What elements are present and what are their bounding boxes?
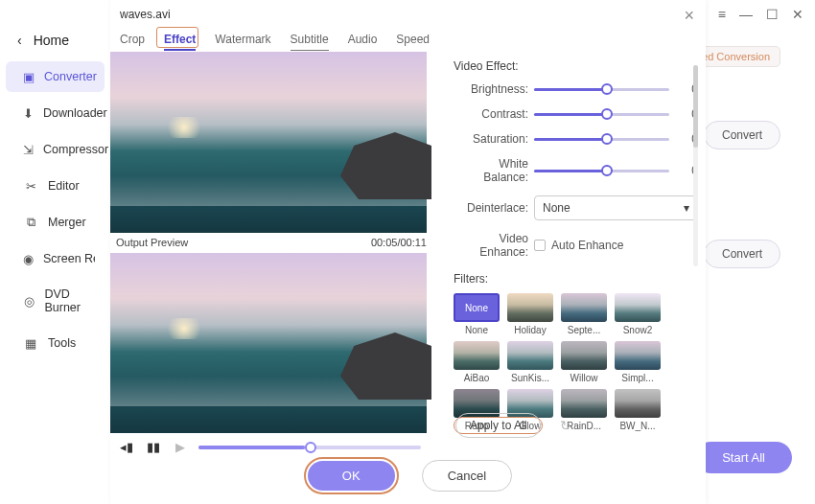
white-balance-label: White Balance: xyxy=(454,157,534,184)
tab-speed[interactable]: Speed xyxy=(396,33,430,51)
saturation-label: Saturation: xyxy=(454,132,534,146)
sidebar-item-label: DVD Burner xyxy=(44,287,95,314)
deinterlace-value: None xyxy=(543,201,570,215)
filter-label: Snow2 xyxy=(623,325,653,335)
home-label: Home xyxy=(34,33,69,48)
sidebar-item-label: Screen Recorder xyxy=(43,252,95,265)
sidebar-item-label: Merger xyxy=(48,216,86,229)
filter-label: AiBao xyxy=(464,373,490,383)
tab-audio[interactable]: Audio xyxy=(348,33,378,51)
saturation-slider[interactable] xyxy=(534,138,669,141)
tab-watermark[interactable]: Watermark xyxy=(215,33,270,51)
filter-simple[interactable] xyxy=(615,341,661,370)
filter-label: Simpl... xyxy=(621,373,653,383)
menu-icon[interactable]: ≡ xyxy=(718,8,726,21)
sidebar-item-label: Compressor xyxy=(43,143,108,156)
highlight-apply-all: Apply to All xyxy=(454,417,543,434)
reset-icon[interactable]: ↻ xyxy=(560,418,571,433)
sidebar-item-label: Tools xyxy=(48,336,76,350)
timecode: 00:05/00:11 xyxy=(371,237,427,248)
effect-modal: waves.avi × Crop Effect Watermark Subtit… xyxy=(110,0,706,504)
transport-controls: ◂▮ ▮▮ ▶ xyxy=(118,440,421,454)
brightness-label: Brightness: xyxy=(454,82,534,96)
scissors-icon: ✂ xyxy=(23,178,38,194)
filters-heading: Filters: xyxy=(454,272,698,286)
merger-icon: ⧉ xyxy=(23,215,38,230)
filter-aibao[interactable] xyxy=(454,341,500,370)
contrast-label: Contrast: xyxy=(454,107,534,121)
maximize-icon[interactable]: ☐ xyxy=(766,8,779,21)
output-preview-label: Output Preview xyxy=(116,237,188,248)
sidebar-item-compressor[interactable]: ⇲ Compressor xyxy=(6,134,105,165)
sidebar: ‹ Home ▣ Converter ⬇ Downloader ⇲ Compre… xyxy=(0,0,110,504)
scrollbar[interactable] xyxy=(693,65,698,266)
video-effect-heading: Video Effect: xyxy=(454,59,698,73)
sidebar-item-screen-recorder[interactable]: ◉ Screen Recorder xyxy=(6,243,105,274)
convert-button[interactable]: Convert xyxy=(704,121,780,149)
auto-enhance-checkbox[interactable] xyxy=(534,240,546,251)
modal-tabs: Crop Effect Watermark Subtitle Audio Spe… xyxy=(120,33,430,51)
filter-raindrop[interactable] xyxy=(561,389,607,418)
chevron-left-icon: ‹ xyxy=(17,33,22,48)
minimize-icon[interactable]: — xyxy=(739,8,753,21)
cancel-button[interactable]: Cancel xyxy=(422,460,512,492)
filter-sunkissed[interactable] xyxy=(507,341,553,370)
convert-button[interactable]: Convert xyxy=(704,240,780,268)
converter-icon: ▣ xyxy=(23,69,35,84)
deinterlace-label: Deinterlace: xyxy=(454,201,534,215)
compressor-icon: ⇲ xyxy=(23,142,34,157)
filter-label: Septe... xyxy=(568,325,600,335)
filter-snow2[interactable] xyxy=(615,293,661,322)
tab-crop[interactable]: Crop xyxy=(120,33,145,51)
highlight-ok: OK xyxy=(304,457,399,494)
back-home[interactable]: ‹ Home xyxy=(0,27,110,61)
sidebar-item-converter[interactable]: ▣ Converter xyxy=(6,61,105,92)
contrast-slider[interactable] xyxy=(534,113,669,116)
filter-holiday[interactable] xyxy=(507,293,553,322)
sidebar-item-label: Editor xyxy=(48,179,80,193)
filter-none[interactable]: None xyxy=(454,293,500,322)
sidebar-item-dvd-burner[interactable]: ◎ DVD Burner xyxy=(6,280,105,322)
sidebar-item-editor[interactable]: ✂ Editor xyxy=(6,171,105,201)
filter-willow[interactable] xyxy=(561,341,607,370)
white-balance-slider[interactable] xyxy=(534,170,669,172)
prev-frame-button[interactable]: ◂▮ xyxy=(118,440,135,454)
window-close-icon[interactable]: ✕ xyxy=(792,8,803,21)
filter-label: None xyxy=(465,325,488,335)
brightness-slider[interactable] xyxy=(534,88,669,91)
apply-to-all-button[interactable]: Apply to All xyxy=(455,413,541,438)
filter-label: Willow xyxy=(570,373,598,383)
sidebar-item-downloader[interactable]: ⬇ Downloader xyxy=(6,98,105,128)
ok-button[interactable]: OK xyxy=(308,461,395,491)
deinterlace-select[interactable]: None ▾ xyxy=(534,195,698,220)
sidebar-item-tools[interactable]: ▦ Tools xyxy=(6,328,105,358)
pause-button[interactable]: ▮▮ xyxy=(145,440,162,454)
filter-label: SunKis... xyxy=(511,373,549,383)
sidebar-item-label: Downloader xyxy=(43,106,107,120)
auto-enhance-text: Auto Enhance xyxy=(551,239,623,252)
filter-grid: NoneNone Holiday Septe... Snow2 AiBao Su… xyxy=(454,293,698,431)
filter-september[interactable] xyxy=(561,293,607,322)
preview-output xyxy=(110,253,427,433)
preview-original xyxy=(110,52,427,233)
disc-icon: ◎ xyxy=(23,293,35,309)
record-icon: ◉ xyxy=(23,251,34,266)
modal-title: waves.avi xyxy=(120,8,171,21)
grid-icon: ▦ xyxy=(23,335,38,351)
tab-subtitle[interactable]: Subtitle xyxy=(291,33,329,51)
start-all-button[interactable]: Start All xyxy=(695,442,792,473)
download-icon: ⬇ xyxy=(23,105,34,121)
video-enhance-label: Video Enhance: xyxy=(454,232,534,259)
sidebar-item-merger[interactable]: ⧉ Merger xyxy=(6,207,105,238)
seek-slider[interactable] xyxy=(198,446,421,449)
play-button[interactable]: ▶ xyxy=(172,440,189,454)
filter-bw[interactable] xyxy=(615,389,661,418)
chevron-down-icon: ▾ xyxy=(684,201,689,215)
sidebar-item-label: Converter xyxy=(44,70,97,83)
close-icon[interactable]: × xyxy=(684,6,694,26)
filter-label: Holiday xyxy=(514,325,546,335)
tab-effect[interactable]: Effect xyxy=(164,33,196,51)
filter-label: BW_N... xyxy=(619,421,655,431)
